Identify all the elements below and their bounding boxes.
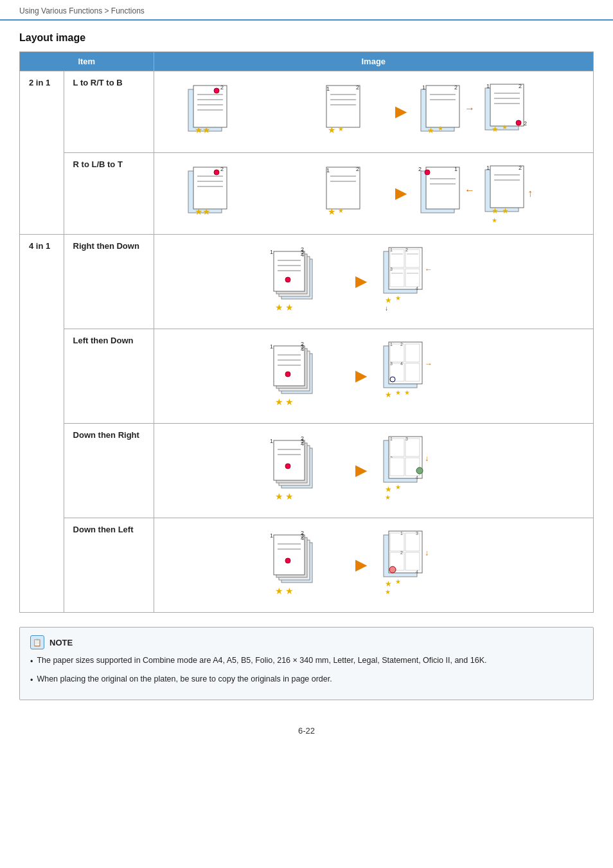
svg-text:4: 4 bbox=[416, 475, 418, 480]
svg-text:1: 1 bbox=[486, 83, 490, 89]
svg-text:3: 3 bbox=[390, 361, 393, 366]
svg-point-139 bbox=[285, 464, 290, 469]
table-row: R to L/B to T 2 ★ ★ bbox=[20, 153, 594, 235]
svg-text:2: 2 bbox=[220, 166, 224, 172]
svg-text:←: ← bbox=[425, 265, 432, 274]
svg-text:★: ★ bbox=[385, 494, 391, 501]
svg-text:2: 2 bbox=[301, 530, 304, 536]
svg-text:★: ★ bbox=[385, 390, 392, 399]
svg-text:1: 1 bbox=[270, 532, 273, 539]
svg-text:2: 2 bbox=[301, 341, 304, 347]
svg-text:→: → bbox=[465, 103, 475, 114]
svg-text:★: ★ bbox=[404, 389, 410, 396]
item-label-rtl: R to L/B to T bbox=[64, 153, 154, 235]
svg-rect-19 bbox=[426, 86, 459, 127]
svg-text:←: ← bbox=[465, 185, 475, 195]
svg-text:1: 1 bbox=[326, 167, 330, 174]
note-item-1: • The paper sizes supported in Combine m… bbox=[30, 655, 583, 668]
svg-text:↓: ↓ bbox=[425, 548, 429, 557]
image-rtl: 2 ★ ★ 2 1 ★ ★ ▶ bbox=[154, 153, 593, 235]
svg-rect-39 bbox=[193, 167, 227, 209]
svg-text:★: ★ bbox=[502, 123, 508, 131]
svg-text:★: ★ bbox=[285, 586, 294, 596]
svg-point-34 bbox=[516, 120, 521, 125]
item-label-left-down: Left then Down bbox=[64, 329, 154, 424]
svg-rect-55 bbox=[426, 167, 459, 209]
svg-rect-136 bbox=[274, 440, 305, 480]
svg-rect-91 bbox=[405, 249, 420, 267]
item-label-down-right: Down then Right bbox=[64, 424, 154, 518]
svg-text:↑: ↑ bbox=[528, 188, 533, 199]
svg-rect-107 bbox=[274, 346, 305, 386]
svg-text:★: ★ bbox=[502, 206, 509, 215]
svg-rect-88 bbox=[390, 249, 404, 267]
image-down-left: 4 3 2 1 ★ ★ ▶ 1 bbox=[154, 518, 593, 613]
svg-text:1: 1 bbox=[400, 531, 403, 536]
svg-rect-125 bbox=[405, 363, 420, 381]
svg-text:1: 1 bbox=[390, 342, 393, 347]
page-title: Layout image bbox=[19, 32, 594, 44]
note-icon: 📋 bbox=[30, 635, 44, 649]
image-right-down: 4 3 2 1 ★ ★ ▶ bbox=[154, 235, 593, 329]
svg-text:★: ★ bbox=[275, 586, 283, 596]
svg-text:★: ★ bbox=[275, 397, 283, 407]
svg-text:2: 2 bbox=[418, 166, 422, 172]
svg-text:1: 1 bbox=[390, 248, 393, 252]
svg-rect-176 bbox=[390, 533, 404, 551]
svg-text:2: 2 bbox=[301, 435, 304, 442]
svg-text:2: 2 bbox=[400, 342, 403, 347]
svg-text:★: ★ bbox=[438, 125, 443, 132]
svg-rect-178 bbox=[405, 533, 420, 551]
svg-text:2: 2 bbox=[519, 165, 522, 171]
direction-arrow: ▶ bbox=[395, 104, 406, 120]
col-header-image: Image bbox=[154, 52, 593, 71]
item-label-ltr: L to R/T to B bbox=[64, 71, 154, 153]
svg-text:2: 2 bbox=[356, 84, 359, 91]
note-item-2: • When placing the original on the plate… bbox=[30, 673, 583, 687]
svg-point-6 bbox=[214, 88, 219, 93]
svg-point-79 bbox=[285, 277, 290, 282]
item-label-right-down: Right then Down bbox=[64, 235, 154, 329]
svg-text:2: 2 bbox=[405, 248, 408, 252]
breadcrumb: Using Various Functions > Functions bbox=[0, 0, 613, 21]
direction-arrow: ▶ bbox=[355, 273, 366, 290]
svg-text:★: ★ bbox=[285, 302, 294, 312]
svg-text:★: ★ bbox=[395, 484, 401, 491]
image-left-down: 4 3 2 1 ★ ★ ▶ 2 1 bbox=[154, 329, 593, 424]
svg-text:↓: ↓ bbox=[385, 305, 388, 312]
svg-point-167 bbox=[285, 558, 290, 563]
svg-rect-182 bbox=[405, 552, 420, 570]
svg-text:★: ★ bbox=[275, 491, 283, 502]
svg-text:4: 4 bbox=[416, 286, 418, 291]
svg-text:2: 2 bbox=[301, 246, 304, 253]
svg-point-128 bbox=[390, 377, 395, 382]
svg-rect-63 bbox=[490, 166, 524, 208]
svg-text:★: ★ bbox=[395, 294, 401, 302]
svg-rect-153 bbox=[390, 458, 404, 476]
svg-text:★: ★ bbox=[395, 578, 401, 585]
svg-text:2: 2 bbox=[220, 84, 224, 91]
svg-rect-97 bbox=[405, 269, 420, 287]
svg-text:1: 1 bbox=[270, 249, 273, 255]
svg-text:3: 3 bbox=[390, 267, 393, 271]
svg-text:★: ★ bbox=[385, 296, 392, 305]
table-row: Down then Left 4 3 2 bbox=[20, 518, 594, 613]
image-down-right: 4 3 2 1 ★ ★ ▶ 1 2 bbox=[154, 424, 593, 518]
table-row: Down then Right 4 3 bbox=[20, 424, 594, 518]
table-row: Left then Down 4 3 bbox=[20, 329, 594, 424]
direction-arrow: ▶ bbox=[355, 462, 366, 479]
svg-text:4: 4 bbox=[416, 570, 418, 574]
svg-text:2: 2 bbox=[400, 550, 403, 555]
svg-point-111 bbox=[285, 372, 290, 377]
svg-rect-151 bbox=[405, 439, 420, 457]
svg-text:★: ★ bbox=[285, 397, 294, 407]
svg-text:★: ★ bbox=[492, 217, 497, 224]
svg-text:★: ★ bbox=[328, 125, 336, 135]
svg-point-156 bbox=[416, 467, 423, 474]
svg-point-184 bbox=[389, 566, 396, 573]
svg-point-56 bbox=[425, 170, 430, 175]
svg-text:★: ★ bbox=[385, 485, 392, 494]
svg-text:3: 3 bbox=[405, 437, 408, 441]
svg-text:1: 1 bbox=[390, 437, 393, 441]
svg-text:★: ★ bbox=[492, 125, 499, 134]
